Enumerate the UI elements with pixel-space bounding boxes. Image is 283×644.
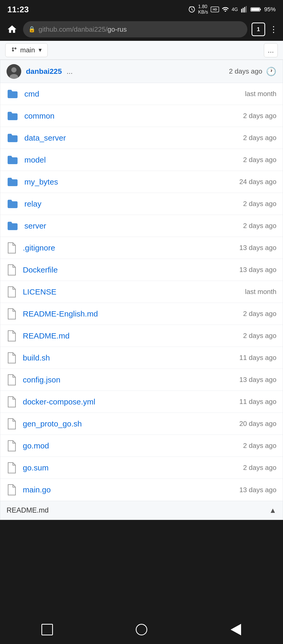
file-name: docker-compose.yml: [23, 397, 95, 406]
file-name: build.sh: [23, 353, 50, 362]
file-time: 24 days ago: [239, 178, 276, 186]
history-icon[interactable]: 🕐: [266, 66, 276, 76]
file-icon: [7, 374, 17, 386]
file-time: 2 days ago: [243, 332, 276, 340]
tab-button[interactable]: 1: [252, 23, 265, 36]
file-left: config.json: [7, 374, 60, 386]
file-left: data_server: [7, 133, 66, 143]
commit-options[interactable]: ...: [67, 67, 73, 76]
file-row[interactable]: cmdlast month: [0, 83, 283, 105]
home-button[interactable]: [5, 23, 19, 36]
browser-menu-button[interactable]: ⋮: [269, 24, 278, 34]
commit-time: 2 days ago: [229, 67, 262, 75]
file-time: 2 days ago: [243, 112, 276, 120]
file-row[interactable]: model2 days ago: [0, 149, 283, 171]
nav-home-button[interactable]: [132, 622, 151, 637]
file-left: go.mod: [7, 440, 49, 452]
file-row[interactable]: go.mod2 days ago: [0, 435, 283, 457]
file-row[interactable]: server2 days ago: [0, 215, 283, 237]
file-time: 20 days ago: [239, 420, 276, 428]
file-row[interactable]: gen_proto_go.sh20 days ago: [0, 413, 283, 435]
file-icon: [7, 484, 17, 496]
file-name: config.json: [23, 375, 60, 384]
branch-more-button[interactable]: ...: [264, 43, 278, 57]
file-name: server: [24, 221, 46, 230]
branch-bar: main ▼ ...: [0, 41, 283, 60]
file-row[interactable]: config.json13 days ago: [0, 369, 283, 391]
file-row[interactable]: main.go13 days ago: [0, 479, 283, 501]
branch-dropdown-icon: ▼: [37, 47, 43, 53]
avatar: [7, 64, 21, 79]
file-name: Dockerfile: [23, 265, 58, 274]
file-row[interactable]: go.sum2 days ago: [0, 457, 283, 479]
file-name: data_server: [24, 134, 66, 142]
readme-expand-icon[interactable]: ▲: [269, 506, 276, 515]
nav-back-button[interactable]: [227, 622, 245, 637]
file-row[interactable]: .gitignore13 days ago: [0, 237, 283, 259]
file-row[interactable]: LICENSElast month: [0, 281, 283, 303]
browser-bar: 🔒 github.com/danbai225/go-rus 1 ⋮: [0, 18, 283, 41]
stop-icon: [41, 624, 53, 635]
file-row[interactable]: Dockerfile13 days ago: [0, 259, 283, 281]
svg-rect-8: [251, 8, 260, 11]
branch-selector[interactable]: main ▼: [5, 43, 48, 57]
file-row[interactable]: docker-compose.yml11 days ago: [0, 391, 283, 413]
file-icon: [7, 440, 17, 452]
file-name: model: [24, 156, 46, 164]
file-icon: [7, 308, 17, 320]
file-time: 13 days ago: [239, 266, 276, 274]
file-name: go.mod: [23, 441, 49, 450]
file-time: last month: [245, 90, 276, 98]
file-name: main.go: [23, 485, 51, 494]
file-icon: [7, 242, 17, 254]
address-text: github.com/danbai225/go-rus: [39, 25, 127, 34]
address-path: go-rus: [107, 25, 127, 33]
status-time: 11:23: [7, 5, 29, 14]
file-time: 13 days ago: [239, 376, 276, 384]
file-row[interactable]: data_server2 days ago: [0, 127, 283, 149]
file-time: last month: [245, 288, 276, 296]
file-icon: [7, 418, 17, 430]
folder-icon: [7, 89, 19, 99]
file-left: .gitignore: [7, 242, 55, 254]
readme-bar[interactable]: README.md ▲: [0, 501, 283, 520]
file-left: docker-compose.yml: [7, 396, 95, 408]
file-time: 2 days ago: [243, 442, 276, 450]
file-name: my_bytes: [24, 177, 58, 186]
file-left: Dockerfile: [7, 264, 58, 276]
file-row[interactable]: relay2 days ago: [0, 193, 283, 215]
file-left: model: [7, 155, 46, 165]
file-time: 2 days ago: [243, 464, 276, 472]
commit-username[interactable]: danbai225: [26, 67, 62, 76]
folder-icon: [7, 111, 19, 121]
svg-rect-2: [241, 9, 242, 13]
svg-text:HD: HD: [213, 8, 217, 11]
nav-stop-button[interactable]: [38, 622, 56, 637]
file-name: go.sum: [23, 463, 48, 472]
file-time: 13 days ago: [239, 486, 276, 494]
file-name: cmd: [24, 90, 39, 98]
file-row[interactable]: README.md2 days ago: [0, 325, 283, 347]
file-time: 11 days ago: [239, 354, 276, 362]
file-left: LICENSE: [7, 286, 56, 298]
file-left: README.md: [7, 330, 69, 342]
readme-filename: README.md: [7, 506, 49, 514]
file-row[interactable]: README-English.md2 days ago: [0, 303, 283, 325]
file-row[interactable]: common2 days ago: [0, 105, 283, 127]
address-bar[interactable]: 🔒 github.com/danbai225/go-rus: [23, 21, 247, 37]
signal-icon: [241, 6, 248, 13]
file-left: go.sum: [7, 462, 48, 474]
svg-rect-5: [246, 6, 247, 12]
status-icons: 1.80KB/s HD 4G 95%: [188, 4, 276, 15]
address-domain: github.com/danbai225/: [39, 25, 107, 33]
file-row[interactable]: build.sh11 days ago: [0, 347, 283, 369]
file-row[interactable]: my_bytes24 days ago: [0, 171, 283, 193]
file-icon: [7, 264, 17, 276]
battery-icon: [251, 6, 262, 13]
folder-icon: [7, 133, 19, 143]
status-bar: 11:23 1.80KB/s HD 4G 95%: [0, 0, 283, 18]
file-left: cmd: [7, 89, 39, 99]
file-time: 2 days ago: [243, 310, 276, 318]
file-time: 11 days ago: [239, 398, 276, 406]
file-icon: [7, 286, 17, 298]
